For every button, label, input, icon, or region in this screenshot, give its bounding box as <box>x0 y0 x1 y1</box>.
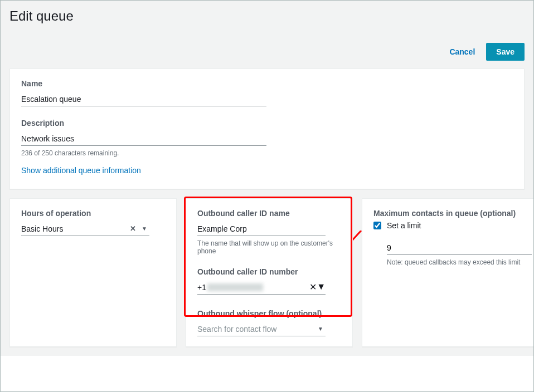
page-content: Cancel Save Name Description 236 of 250 … <box>1 37 533 356</box>
settings-columns: Hours of operation ✕ ▼ Outbound caller I… <box>9 198 525 347</box>
set-limit-row: Set a limit <box>373 221 532 230</box>
caller-id-card: Outbound caller ID name The name that wi… <box>186 198 353 347</box>
save-button[interactable]: Save <box>486 43 525 61</box>
set-limit-checkbox[interactable] <box>373 222 381 229</box>
max-contacts-label: Maximum contacts in queue (optional) <box>373 209 532 218</box>
caller-id-number-block: Outbound caller ID number +1 ✕ ▼ <box>197 267 341 295</box>
name-field-block: Name <box>21 79 513 106</box>
caller-id-name-help: The name that will show up on the custom… <box>197 239 341 255</box>
whisper-flow-block: Outbound whisper flow (optional) ▼ <box>197 309 341 336</box>
caller-id-name-block: Outbound caller ID name The name that wi… <box>197 209 341 255</box>
set-limit-label: Set a limit <box>387 221 421 230</box>
caller-id-number-label: Outbound caller ID number <box>197 267 341 276</box>
hours-card: Hours of operation ✕ ▼ <box>9 198 177 347</box>
whisper-flow-label: Outbound whisper flow (optional) <box>197 309 341 318</box>
caller-id-number-clear-icon[interactable]: ✕ <box>309 282 317 292</box>
chevron-down-icon[interactable]: ▼ <box>317 282 326 292</box>
name-input[interactable] <box>21 91 266 106</box>
whisper-flow-combo[interactable]: ▼ <box>197 321 326 336</box>
chevron-down-icon[interactable]: ▼ <box>139 226 149 232</box>
show-additional-info-link[interactable]: Show additional queue information <box>21 166 141 175</box>
hours-clear-icon[interactable]: ✕ <box>127 224 139 233</box>
whisper-flow-input[interactable] <box>197 321 315 336</box>
description-input[interactable] <box>21 131 266 146</box>
page-header: Edit queue <box>1 1 533 37</box>
caller-id-number-combo[interactable]: +1 ✕ ▼ <box>197 280 326 295</box>
caller-id-number-prefix: +1 <box>197 283 206 292</box>
caller-id-name-input[interactable] <box>197 221 326 236</box>
max-contacts-card: Maximum contacts in queue (optional) Set… <box>362 198 534 347</box>
queue-details-card: Name Description 236 of 250 characters r… <box>9 68 525 189</box>
name-label: Name <box>21 79 513 88</box>
page-title: Edit queue <box>9 8 525 24</box>
description-field-block: Description 236 of 250 characters remain… <box>21 119 513 157</box>
description-counter: 236 of 250 characters remaining. <box>21 149 513 157</box>
caller-id-number-redacted <box>207 283 263 291</box>
limit-note: Note: queued callbacks may exceed this l… <box>387 258 521 266</box>
hours-combo[interactable]: ✕ ▼ <box>21 221 149 236</box>
hours-input[interactable] <box>21 221 127 236</box>
limit-input[interactable] <box>387 240 532 255</box>
description-label: Description <box>21 119 513 128</box>
action-bar: Cancel Save <box>9 37 525 68</box>
cancel-button[interactable]: Cancel <box>449 47 475 56</box>
hours-label: Hours of operation <box>21 209 165 218</box>
chevron-down-icon[interactable]: ▼ <box>315 326 326 332</box>
caller-id-name-label: Outbound caller ID name <box>197 209 341 218</box>
